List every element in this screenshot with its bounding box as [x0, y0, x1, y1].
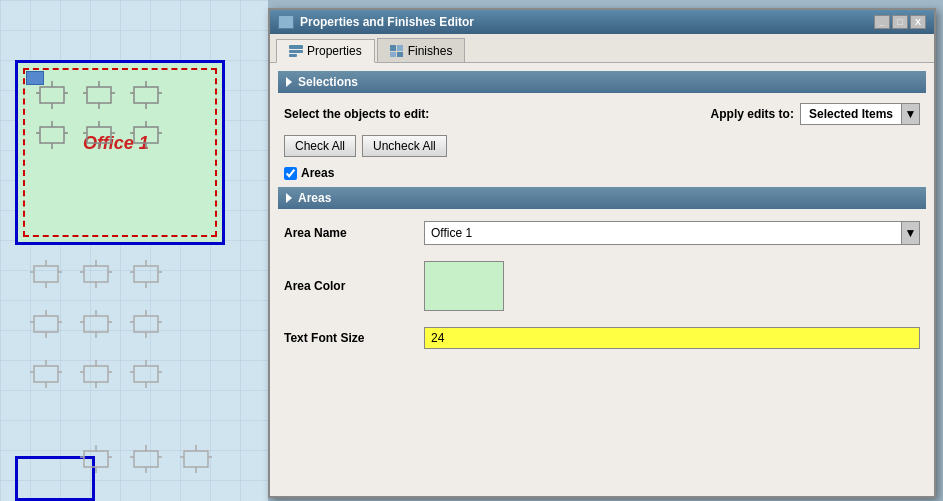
- corridor-desk-3: [130, 260, 162, 288]
- svg-rect-90: [289, 45, 303, 49]
- svg-rect-75: [84, 451, 108, 467]
- select-objects-label: Select the objects to edit:: [284, 107, 429, 121]
- svg-rect-92: [289, 54, 297, 57]
- bottom-desk-2: [130, 445, 162, 473]
- svg-rect-80: [134, 451, 158, 467]
- tab-properties[interactable]: Properties: [276, 39, 375, 63]
- apply-edits-value: Selected Items: [801, 105, 901, 123]
- area-color-row: Area Color: [278, 257, 926, 315]
- dialog-title-text: Properties and Finishes Editor: [300, 15, 474, 29]
- area-color-swatch[interactable]: [424, 261, 504, 311]
- dialog-content: Selections Select the objects to edit: A…: [270, 63, 934, 369]
- apply-edits-arrow-icon[interactable]: ▼: [901, 104, 919, 124]
- area-name-value-container: Office 1 ▼: [424, 221, 920, 245]
- text-font-size-row: Text Font Size: [278, 323, 926, 353]
- area-name-selected-value: Office 1: [425, 223, 901, 243]
- text-font-size-input[interactable]: [424, 327, 920, 349]
- svg-rect-35: [84, 266, 108, 282]
- desk-icon-3: [130, 81, 162, 109]
- area-name-select-wrapper[interactable]: Office 1 ▼: [424, 221, 920, 245]
- corridor-desk-8: [80, 360, 112, 388]
- area-color-label: Area Color: [284, 279, 424, 293]
- areas-checkbox-label[interactable]: Areas: [284, 166, 334, 180]
- areas-checkbox-row: Areas: [278, 163, 926, 183]
- bottom-desk-1: [80, 445, 112, 473]
- selections-section-header: Selections: [278, 71, 926, 93]
- area-name-dropdown-arrow-icon[interactable]: ▼: [901, 222, 919, 244]
- minimize-button[interactable]: _: [874, 15, 890, 29]
- finishes-tab-label: Finishes: [408, 44, 453, 58]
- svg-rect-65: [84, 366, 108, 382]
- svg-rect-0: [40, 87, 64, 103]
- areas-checkbox-text: Areas: [301, 166, 334, 180]
- select-objects-row: Select the objects to edit: Apply edits …: [278, 99, 926, 129]
- dialog-titlebar: Properties and Finishes Editor _ □ X: [270, 10, 934, 34]
- properties-dialog: Properties and Finishes Editor _ □ X Pro…: [268, 8, 936, 498]
- areas-triangle-icon: [286, 193, 292, 203]
- corridor-desk-7: [30, 360, 62, 388]
- text-font-size-value-container: [424, 327, 920, 349]
- svg-rect-50: [84, 316, 108, 332]
- bottom-desk-3: [180, 445, 212, 473]
- finishes-tab-icon: [390, 45, 404, 57]
- floorplan: Office 1: [0, 0, 268, 501]
- svg-rect-10: [134, 87, 158, 103]
- properties-tab-label: Properties: [307, 44, 362, 58]
- svg-rect-15: [40, 127, 64, 143]
- corridor-desk-2: [80, 260, 112, 288]
- apply-edits-section: Apply edits to: Selected Items ▼: [711, 103, 920, 125]
- svg-rect-55: [134, 316, 158, 332]
- selections-section-label: Selections: [298, 75, 358, 89]
- selection-indicator: [26, 71, 44, 85]
- check-all-button[interactable]: Check All: [284, 135, 356, 157]
- area-color-value-container: [424, 261, 920, 311]
- corridor-desk-6: [130, 310, 162, 338]
- corridor-desk-5: [80, 310, 112, 338]
- desk-icon-4: [36, 121, 68, 149]
- areas-subsection-header: Areas: [278, 187, 926, 209]
- svg-rect-96: [397, 52, 403, 57]
- desk-icon-1: [36, 81, 68, 109]
- tab-finishes[interactable]: Finishes: [377, 38, 466, 62]
- svg-rect-94: [397, 45, 403, 51]
- svg-rect-91: [289, 50, 303, 53]
- uncheck-all-button[interactable]: Uncheck All: [362, 135, 447, 157]
- apply-edits-dropdown[interactable]: Selected Items ▼: [800, 103, 920, 125]
- svg-rect-45: [34, 316, 58, 332]
- svg-rect-5: [87, 87, 111, 103]
- svg-rect-40: [134, 266, 158, 282]
- apply-edits-label: Apply edits to:: [711, 107, 794, 121]
- check-buttons-row: Check All Uncheck All: [278, 133, 926, 163]
- desk-icon-5: [83, 121, 115, 149]
- svg-rect-20: [87, 127, 111, 143]
- svg-rect-93: [390, 45, 396, 51]
- dialog-title-icon: [278, 15, 294, 29]
- svg-rect-60: [34, 366, 58, 382]
- areas-subsection-label: Areas: [298, 191, 331, 205]
- text-font-size-label: Text Font Size: [284, 331, 424, 345]
- corridor-desk-4: [30, 310, 62, 338]
- area-name-row: Area Name Office 1 ▼: [278, 217, 926, 249]
- tab-bar: Properties Finishes: [270, 34, 934, 63]
- dialog-title-group: Properties and Finishes Editor: [278, 15, 474, 29]
- selections-triangle-icon: [286, 77, 292, 87]
- properties-tab-icon: [289, 45, 303, 57]
- area-name-label: Area Name: [284, 226, 424, 240]
- close-button[interactable]: X: [910, 15, 926, 29]
- desk-icon-2: [83, 81, 115, 109]
- corridor-desk-9: [130, 360, 162, 388]
- svg-rect-25: [134, 127, 158, 143]
- svg-rect-95: [390, 52, 396, 57]
- office-room: Office 1: [15, 60, 225, 245]
- svg-rect-70: [134, 366, 158, 382]
- desk-icon-6: [130, 121, 162, 149]
- dialog-controls: _ □ X: [874, 15, 926, 29]
- areas-checkbox[interactable]: [284, 167, 297, 180]
- corridor-desk-1: [30, 260, 62, 288]
- svg-rect-30: [34, 266, 58, 282]
- restore-button[interactable]: □: [892, 15, 908, 29]
- svg-rect-85: [184, 451, 208, 467]
